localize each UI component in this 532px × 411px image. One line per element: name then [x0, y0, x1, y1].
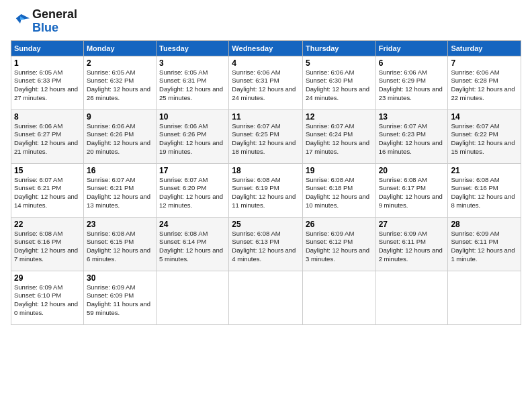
day-info: Sunrise: 6:05 AMSunset: 6:32 PMDaylight:… [87, 68, 150, 101]
day-info: Sunrise: 6:07 AMSunset: 6:24 PMDaylight:… [306, 122, 369, 155]
calendar-cell: 11 Sunrise: 6:07 AMSunset: 6:25 PMDaylig… [229, 109, 303, 163]
day-number: 20 [379, 166, 445, 175]
calendar-cell: 7 Sunrise: 6:06 AMSunset: 6:28 PMDayligh… [448, 56, 521, 109]
day-number: 8 [14, 112, 81, 122]
calendar-cell: 21 Sunrise: 6:08 AMSunset: 6:16 PMDaylig… [448, 163, 521, 217]
day-info: Sunrise: 6:07 AMSunset: 6:20 PMDaylight:… [159, 176, 223, 209]
calendar-cell [302, 271, 375, 324]
calendar-cell: 26 Sunrise: 6:09 AMSunset: 6:12 PMDaylig… [302, 217, 375, 271]
day-number: 17 [159, 166, 226, 175]
weekday-header-monday: Monday [83, 40, 156, 56]
logo-blue: Blue [32, 21, 58, 34]
week-row-3: 15 Sunrise: 6:07 AMSunset: 6:21 PMDaylig… [11, 163, 521, 217]
calendar-cell: 19 Sunrise: 6:08 AMSunset: 6:18 PMDaylig… [302, 163, 375, 217]
calendar-cell: 5 Sunrise: 6:06 AMSunset: 6:30 PMDayligh… [302, 56, 375, 109]
calendar-cell: 29 Sunrise: 6:09 AMSunset: 6:10 PMDaylig… [11, 271, 84, 324]
day-info: Sunrise: 6:06 AMSunset: 6:31 PMDaylight:… [232, 68, 296, 101]
day-number: 29 [14, 273, 81, 283]
calendar-cell: 2 Sunrise: 6:05 AMSunset: 6:32 PMDayligh… [83, 56, 156, 109]
day-info: Sunrise: 6:08 AMSunset: 6:16 PMDaylight:… [451, 176, 515, 209]
day-number: 6 [379, 58, 445, 68]
weekday-header-wednesday: Wednesday [229, 40, 303, 56]
day-info: Sunrise: 6:07 AMSunset: 6:23 PMDaylight:… [379, 122, 443, 155]
calendar-cell: 6 Sunrise: 6:06 AMSunset: 6:29 PMDayligh… [375, 56, 448, 109]
day-info: Sunrise: 6:08 AMSunset: 6:13 PMDaylight:… [232, 230, 296, 263]
day-info: Sunrise: 6:06 AMSunset: 6:26 PMDaylight:… [87, 122, 150, 155]
calendar-cell: 4 Sunrise: 6:06 AMSunset: 6:31 PMDayligh… [229, 56, 303, 109]
day-number: 16 [87, 166, 153, 175]
day-info: Sunrise: 6:07 AMSunset: 6:22 PMDaylight:… [451, 122, 515, 155]
weekday-header-row: SundayMondayTuesdayWednesdayThursdayFrid… [11, 40, 521, 56]
day-number: 7 [451, 58, 518, 68]
calendar-cell: 13 Sunrise: 6:07 AMSunset: 6:23 PMDaylig… [375, 109, 448, 163]
day-number: 24 [159, 220, 226, 229]
day-number: 2 [87, 58, 153, 68]
calendar-cell: 16 Sunrise: 6:07 AMSunset: 6:21 PMDaylig… [83, 163, 156, 217]
day-number: 15 [14, 166, 81, 175]
day-number: 4 [232, 58, 300, 68]
calendar-cell: 17 Sunrise: 6:07 AMSunset: 6:20 PMDaylig… [157, 163, 229, 217]
week-row-2: 8 Sunrise: 6:06 AMSunset: 6:27 PMDayligh… [11, 109, 521, 163]
day-number: 11 [232, 112, 300, 122]
logo-general: General [32, 7, 77, 21]
calendar-cell: 28 Sunrise: 6:09 AMSunset: 6:11 PMDaylig… [448, 217, 521, 271]
day-number: 19 [306, 166, 373, 175]
day-number: 1 [14, 58, 81, 68]
calendar-cell: 12 Sunrise: 6:07 AMSunset: 6:24 PMDaylig… [302, 109, 375, 163]
calendar-cell: 15 Sunrise: 6:07 AMSunset: 6:21 PMDaylig… [11, 163, 84, 217]
day-info: Sunrise: 6:07 AMSunset: 6:21 PMDaylight:… [14, 176, 78, 209]
calendar-cell: 24 Sunrise: 6:08 AMSunset: 6:14 PMDaylig… [157, 217, 229, 271]
page-header: General Blue [11, 8, 521, 35]
calendar-cell [448, 271, 521, 324]
day-info: Sunrise: 6:06 AMSunset: 6:26 PMDaylight:… [159, 122, 223, 155]
calendar-cell: 1 Sunrise: 6:05 AMSunset: 6:33 PMDayligh… [11, 56, 84, 109]
calendar-cell: 3 Sunrise: 6:05 AMSunset: 6:31 PMDayligh… [157, 56, 229, 109]
week-row-4: 22 Sunrise: 6:08 AMSunset: 6:16 PMDaylig… [11, 217, 521, 271]
calendar-cell: 18 Sunrise: 6:08 AMSunset: 6:19 PMDaylig… [229, 163, 303, 217]
calendar-cell: 20 Sunrise: 6:08 AMSunset: 6:17 PMDaylig… [375, 163, 448, 217]
day-info: Sunrise: 6:06 AMSunset: 6:30 PMDaylight:… [306, 68, 369, 101]
day-info: Sunrise: 6:07 AMSunset: 6:25 PMDaylight:… [232, 122, 296, 155]
calendar-cell: 22 Sunrise: 6:08 AMSunset: 6:16 PMDaylig… [11, 217, 84, 271]
day-info: Sunrise: 6:08 AMSunset: 6:19 PMDaylight:… [232, 176, 296, 209]
logo-text: General Blue [32, 8, 77, 35]
day-number: 27 [379, 220, 445, 229]
day-number: 23 [87, 220, 153, 229]
calendar-cell: 8 Sunrise: 6:06 AMSunset: 6:27 PMDayligh… [11, 109, 84, 163]
day-info: Sunrise: 6:08 AMSunset: 6:15 PMDaylight:… [87, 230, 150, 263]
weekday-header-thursday: Thursday [302, 40, 375, 56]
day-number: 25 [232, 220, 300, 229]
calendar-page: General Blue SundayMondayTuesdayWednesda… [0, 0, 532, 411]
day-number: 21 [451, 166, 518, 175]
day-info: Sunrise: 6:09 AMSunset: 6:10 PMDaylight:… [14, 283, 78, 316]
day-number: 26 [306, 220, 373, 229]
calendar-cell: 25 Sunrise: 6:08 AMSunset: 6:13 PMDaylig… [229, 217, 303, 271]
day-number: 3 [159, 58, 226, 68]
logo-bird-icon [11, 12, 30, 31]
weekday-header-friday: Friday [375, 40, 448, 56]
day-info: Sunrise: 6:08 AMSunset: 6:16 PMDaylight:… [14, 230, 78, 263]
day-number: 12 [306, 112, 373, 122]
day-info: Sunrise: 6:09 AMSunset: 6:11 PMDaylight:… [379, 230, 443, 263]
calendar-cell [375, 271, 448, 324]
day-number: 10 [159, 112, 226, 122]
calendar-table: SundayMondayTuesdayWednesdayThursdayFrid… [11, 40, 521, 325]
day-number: 9 [87, 112, 153, 122]
day-info: Sunrise: 6:07 AMSunset: 6:21 PMDaylight:… [87, 176, 150, 209]
calendar-cell: 30 Sunrise: 6:09 AMSunset: 6:09 PMDaylig… [83, 271, 156, 324]
week-row-5: 29 Sunrise: 6:09 AMSunset: 6:10 PMDaylig… [11, 271, 521, 324]
day-number: 13 [379, 112, 445, 122]
week-row-1: 1 Sunrise: 6:05 AMSunset: 6:33 PMDayligh… [11, 56, 521, 109]
day-info: Sunrise: 6:05 AMSunset: 6:33 PMDaylight:… [14, 68, 78, 101]
day-info: Sunrise: 6:08 AMSunset: 6:17 PMDaylight:… [379, 176, 443, 209]
weekday-header-saturday: Saturday [448, 40, 521, 56]
weekday-header-sunday: Sunday [11, 40, 84, 56]
logo: General Blue [11, 8, 77, 35]
calendar-cell: 23 Sunrise: 6:08 AMSunset: 6:15 PMDaylig… [83, 217, 156, 271]
day-info: Sunrise: 6:06 AMSunset: 6:27 PMDaylight:… [14, 122, 78, 155]
day-info: Sunrise: 6:09 AMSunset: 6:11 PMDaylight:… [451, 230, 515, 263]
day-number: 5 [306, 58, 373, 68]
day-info: Sunrise: 6:08 AMSunset: 6:14 PMDaylight:… [159, 230, 223, 263]
calendar-cell [157, 271, 229, 324]
day-info: Sunrise: 6:06 AMSunset: 6:29 PMDaylight:… [379, 68, 443, 101]
